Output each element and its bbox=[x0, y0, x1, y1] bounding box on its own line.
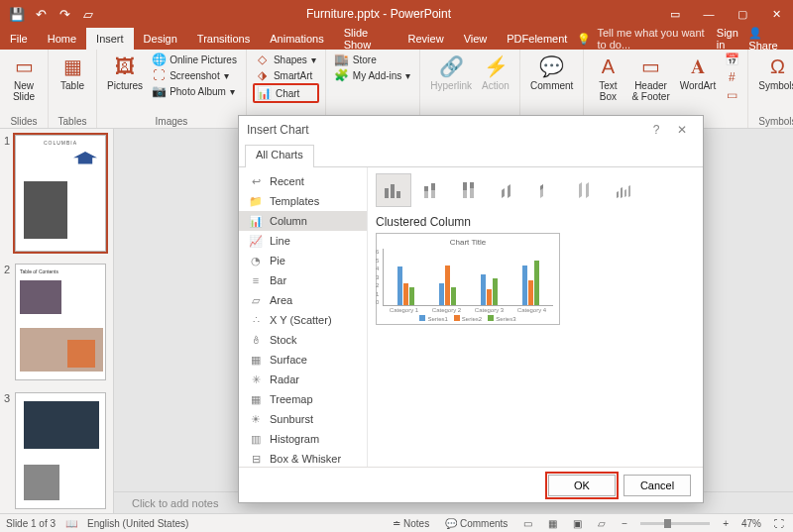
normal-view-icon[interactable]: ▭ bbox=[520, 518, 535, 529]
share-button[interactable]: 👤 Share bbox=[748, 27, 785, 52]
picture-icon: 🖼 bbox=[112, 53, 138, 79]
tab-design[interactable]: Design bbox=[134, 28, 187, 50]
maximize-icon[interactable]: ▢ bbox=[726, 0, 759, 28]
close-icon[interactable]: ✕ bbox=[759, 0, 793, 28]
redo-icon[interactable]: ↷ bbox=[54, 3, 75, 25]
chart-type-stock[interactable]: 🕯Stock bbox=[239, 330, 367, 350]
cancel-button[interactable]: Cancel bbox=[623, 475, 691, 496]
group-label: Tables bbox=[55, 115, 90, 128]
chart-type-box-whisker[interactable]: ⊟Box & Whisker bbox=[239, 449, 367, 467]
header-footer-button[interactable]: ▭Header & Footer bbox=[627, 52, 673, 104]
tab-home[interactable]: Home bbox=[38, 28, 86, 50]
spellcheck-icon[interactable]: 📖 bbox=[65, 518, 77, 529]
zoom-slider[interactable] bbox=[640, 522, 710, 525]
my-addins-button[interactable]: 🧩My Add-ins ▾ bbox=[332, 67, 413, 83]
tab-review[interactable]: Review bbox=[398, 28, 454, 50]
slide-thumbnail-3[interactable] bbox=[15, 392, 106, 509]
close-icon[interactable]: ✕ bbox=[669, 120, 695, 140]
slide-icon: ▭ bbox=[11, 53, 37, 79]
language-indicator[interactable]: English (United States) bbox=[87, 518, 188, 529]
ok-button[interactable]: OK bbox=[548, 475, 616, 496]
comment-button[interactable]: 💬Comment bbox=[526, 52, 577, 93]
zoom-level[interactable]: 47% bbox=[741, 518, 761, 529]
save-icon[interactable]: 💾 bbox=[6, 3, 28, 25]
chart-type-recent[interactable]: ↩Recent bbox=[239, 171, 367, 191]
symbols-button[interactable]: ΩSymbols bbox=[754, 52, 793, 93]
chart-type-bar[interactable]: ≡Bar bbox=[239, 270, 367, 290]
date-button[interactable]: 📅 bbox=[722, 52, 741, 67]
tab-insert[interactable]: Insert bbox=[86, 28, 134, 50]
chart-type-icon: ⊟ bbox=[249, 452, 263, 466]
chart-type-column[interactable]: 📊Column bbox=[239, 211, 367, 231]
textbox-button[interactable]: AText Box bbox=[590, 52, 625, 104]
tab-all-charts[interactable]: All Charts bbox=[245, 145, 314, 167]
screenshot-icon: ⛶ bbox=[152, 68, 166, 82]
photo-album-button[interactable]: 📷Photo Album ▾ bbox=[149, 83, 240, 99]
slide-thumbnail-1[interactable]: COLUMBIA bbox=[15, 135, 106, 252]
pictures-button[interactable]: 🖼Pictures bbox=[103, 52, 147, 93]
titlebar: 💾 ↶ ↷ ▱ Furniture.pptx - PowerPoint ▭ ― … bbox=[0, 0, 793, 28]
zoom-out-icon[interactable]: − bbox=[619, 518, 630, 529]
lightbulb-icon: 💡 bbox=[577, 33, 591, 46]
notes-toggle[interactable]: ≐ Notes bbox=[390, 518, 432, 529]
table-button[interactable]: ▦Table bbox=[55, 52, 90, 93]
chart-type-line[interactable]: 📈Line bbox=[239, 231, 367, 251]
tab-pdfelement[interactable]: PDFelement bbox=[497, 28, 577, 50]
action-button[interactable]: ⚡Action bbox=[478, 52, 513, 93]
subtype-3d-column[interactable] bbox=[608, 173, 643, 207]
online-pictures-button[interactable]: 🌐Online Pictures bbox=[149, 52, 240, 67]
start-slideshow-icon[interactable]: ▱ bbox=[77, 3, 99, 25]
tab-view[interactable]: View bbox=[454, 28, 498, 50]
ribbon-options-icon[interactable]: ▭ bbox=[658, 0, 692, 28]
chevron-down-icon: ▾ bbox=[405, 70, 410, 81]
tell-me-search[interactable]: Tell me what you want to do... bbox=[597, 27, 710, 51]
tab-transitions[interactable]: Transitions bbox=[187, 28, 260, 50]
slide-number: 2 bbox=[4, 264, 12, 380]
chart-type-sunburst[interactable]: ☀Sunburst bbox=[239, 409, 367, 429]
slidenum-button[interactable]: # bbox=[722, 69, 741, 85]
object-button[interactable]: ▭ bbox=[722, 87, 741, 103]
sorter-view-icon[interactable]: ▦ bbox=[545, 518, 560, 529]
fit-window-icon[interactable]: ⛶ bbox=[771, 518, 787, 529]
chart-type-icon: ☀ bbox=[249, 412, 263, 426]
wordart-button[interactable]: 𝐀WordArt bbox=[676, 52, 721, 93]
subtype-stacked-column[interactable] bbox=[414, 173, 450, 207]
subtype-clustered-column[interactable] bbox=[376, 173, 411, 207]
subtype-3d-stacked[interactable] bbox=[530, 173, 566, 207]
comments-toggle[interactable]: 💬 Comments bbox=[442, 518, 510, 529]
smartart-button[interactable]: ⬗SmartArt bbox=[253, 67, 319, 83]
table-icon: ▦ bbox=[59, 53, 85, 79]
subtype-3d-clustered[interactable] bbox=[492, 173, 527, 207]
chart-type-pie[interactable]: ◔Pie bbox=[239, 251, 367, 270]
chart-type-radar[interactable]: ✳Radar bbox=[239, 370, 367, 389]
screenshot-button[interactable]: ⛶Screenshot ▾ bbox=[149, 67, 240, 83]
chart-type-area[interactable]: ▱Area bbox=[239, 290, 367, 310]
chart-type-surface[interactable]: ▦Surface bbox=[239, 350, 367, 370]
tab-slideshow[interactable]: Slide Show bbox=[334, 28, 398, 50]
tab-animations[interactable]: Animations bbox=[260, 28, 333, 50]
hyperlink-button[interactable]: 🔗Hyperlink bbox=[426, 52, 476, 93]
slide-indicator[interactable]: Slide 1 of 3 bbox=[6, 518, 56, 529]
addin-icon: 🧩 bbox=[335, 68, 349, 82]
chart-type-x-y-scatter-[interactable]: ∴X Y (Scatter) bbox=[239, 310, 367, 330]
new-slide-button[interactable]: ▭New Slide bbox=[6, 52, 42, 104]
help-icon[interactable]: ? bbox=[643, 120, 669, 140]
subtype-100-stacked[interactable] bbox=[453, 173, 489, 207]
signin-link[interactable]: Sign in bbox=[717, 27, 743, 51]
shapes-button[interactable]: ◇Shapes ▾ bbox=[253, 52, 319, 67]
undo-icon[interactable]: ↶ bbox=[30, 3, 52, 25]
zoom-in-icon[interactable]: + bbox=[720, 518, 732, 529]
chart-type-treemap[interactable]: ▦Treemap bbox=[239, 389, 367, 409]
reading-view-icon[interactable]: ▣ bbox=[570, 518, 585, 529]
minimize-icon[interactable]: ― bbox=[692, 0, 726, 28]
store-button[interactable]: 🏬Store bbox=[332, 52, 413, 67]
chart-button[interactable]: 📊Chart bbox=[253, 83, 319, 103]
chart-type-templates[interactable]: 📁Templates bbox=[239, 191, 367, 211]
tab-file[interactable]: File bbox=[0, 28, 38, 50]
chart-type-histogram[interactable]: ▥Histogram bbox=[239, 429, 367, 449]
slideshow-view-icon[interactable]: ▱ bbox=[595, 518, 609, 529]
slide-thumbnail-2[interactable]: Table of Contents bbox=[15, 264, 106, 380]
symbol-icon: Ω bbox=[764, 53, 790, 79]
subtype-3d-100[interactable] bbox=[569, 173, 605, 207]
svg-rect-0 bbox=[385, 188, 389, 198]
